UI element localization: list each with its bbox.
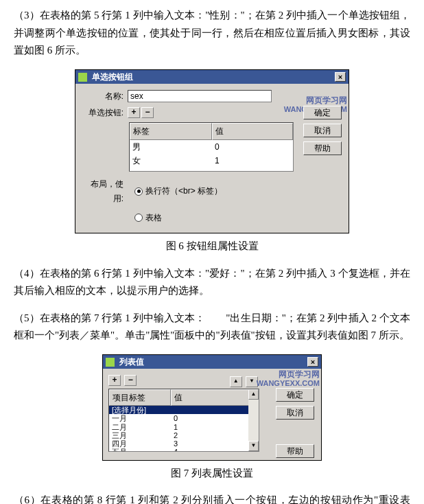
col-header-label: 标签 (130, 123, 212, 139)
watermark: 网页学习网 WANGYEXX.COM (257, 370, 320, 387)
list-item[interactable]: 三月2 (109, 431, 259, 439)
col-header-label: 项目标签 (109, 389, 171, 406)
list-item[interactable]: 二月1 (109, 423, 259, 431)
col-header-value: 值 (171, 389, 259, 406)
list-item[interactable]: 一月0 (109, 414, 259, 422)
radio-table[interactable] (134, 214, 143, 222)
close-icon[interactable]: × (307, 357, 318, 367)
list-item[interactable]: 男 0 (130, 140, 293, 154)
dialog-title: 列表值 (119, 357, 144, 367)
cancel-button[interactable]: 取消 (276, 406, 314, 420)
cancel-button[interactable]: 取消 (303, 124, 342, 137)
move-up-button[interactable]: ▲ (230, 376, 242, 387)
paragraph-4: （4）在表格的第 6 行第 1 列中输入文本："爱好："；在第 2 列中插入 3… (14, 265, 410, 300)
remove-button[interactable]: − (124, 375, 137, 386)
scroll-up-icon[interactable]: ▲ (248, 389, 259, 400)
col-header-value: 值 (212, 123, 293, 139)
name-label: 名称: (81, 89, 128, 103)
radio-group-dialog: 单选按钮组 × 网页学习网 WANGYEXX.COM 名称: 单选按钮: + −… (75, 69, 349, 234)
remove-button[interactable]: − (141, 107, 154, 118)
list-item[interactable]: [选择月份] (109, 406, 259, 414)
paragraph-5: （5）在表格的第 7 行第 1 列中输入文本： "出生日期："；在第 2 列中插… (14, 310, 410, 345)
figure-7-caption: 图 7 列表属性设置 (14, 465, 410, 483)
app-icon (78, 73, 87, 82)
figure-6-caption: 图 6 按钮组属性设置 (14, 238, 410, 255)
help-button[interactable]: 帮助 (276, 444, 314, 458)
paragraph-6: （6）在表格的第 8 行第 1 列和第 2 列分别插入一个按钮，左边的按钮动作为… (14, 492, 410, 504)
ok-button[interactable]: 确定 (276, 388, 314, 402)
name-input[interactable] (128, 90, 272, 102)
radio-list-label: 单选按钮: (81, 106, 128, 119)
figure-7: 列表值 × 网页学习网 WANGYEXX.COM + − ▲ ▼ (14, 354, 410, 461)
list-item[interactable]: 五月4 (109, 448, 259, 452)
radio-options-list[interactable]: 标签 值 男 0 女 1 (129, 122, 294, 172)
list-item[interactable]: 四月3 (109, 439, 259, 448)
help-button[interactable]: 帮助 (303, 141, 342, 155)
radio-table-label: 表格 (145, 211, 162, 225)
ok-button[interactable]: 确定 (303, 106, 342, 119)
list-item[interactable]: 女 1 (130, 154, 293, 168)
dialog-title: 单选按钮组 (92, 72, 133, 82)
dialog-titlebar: 单选按钮组 × (75, 70, 349, 84)
close-icon[interactable]: × (335, 72, 346, 82)
paragraph-3: （3）在表格的第 5 行第 1 列中输入文本："性别："；在第 2 列中插入一个… (14, 7, 410, 60)
layout-label: 布局，使用: (81, 177, 128, 205)
radio-br-label: 换行符（<br> 标签） (145, 184, 222, 198)
list-values-dialog: 列表值 × 网页学习网 WANGYEXX.COM + − ▲ ▼ (102, 354, 322, 461)
add-button[interactable]: + (128, 107, 140, 118)
figure-6: 单选按钮组 × 网页学习网 WANGYEXX.COM 名称: 单选按钮: + −… (14, 69, 410, 234)
app-icon (106, 358, 115, 367)
add-button[interactable]: + (108, 375, 121, 386)
dialog-titlebar: 列表值 × (103, 355, 321, 369)
scrollbar[interactable]: ▲ ▼ (248, 389, 259, 451)
scroll-down-icon[interactable]: ▼ (248, 441, 259, 451)
radio-br[interactable] (134, 187, 143, 196)
list-values-list[interactable]: 项目标签 值 [选择月份] 一月0 二月1 三月2 四月3 (108, 389, 259, 452)
